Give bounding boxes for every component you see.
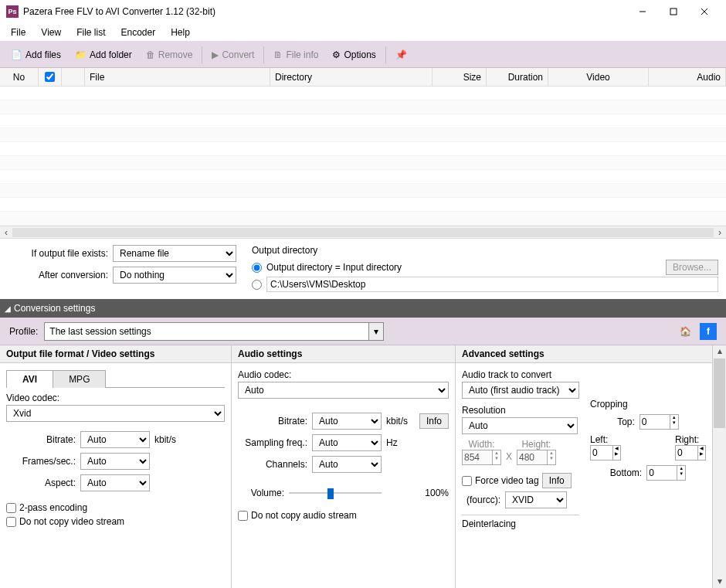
output-path-input[interactable] [266, 277, 718, 292]
channels-label: Channels: [238, 459, 307, 470]
scroll-down-icon[interactable]: ▾ [713, 576, 726, 588]
sample-label: Sampling freq.: [238, 437, 307, 448]
crop-top-input[interactable] [639, 414, 670, 430]
minimize-button[interactable] [627, 1, 658, 22]
collapse-icon: ◢ [5, 304, 11, 313]
add-files-button[interactable]: 📄 Add files [5, 47, 67, 63]
pin-icon: 📌 [395, 49, 407, 60]
profile-label: Profile: [9, 326, 38, 337]
options-button[interactable]: ⚙ Options [326, 47, 382, 63]
no-video-label: Do not copy video stream [19, 516, 124, 527]
video-bitrate-select[interactable]: Auto [80, 431, 150, 448]
no-audio-checkbox[interactable] [238, 511, 248, 521]
table-row [0, 114, 726, 128]
format-tabs: AVI MPG [6, 369, 225, 388]
svg-rect-1 [670, 8, 677, 15]
remove-label: Remove [158, 49, 193, 60]
profile-input[interactable] [44, 322, 368, 341]
fps-select[interactable]: Auto [80, 453, 150, 470]
audio-info-button[interactable]: Info [419, 413, 449, 429]
crop-top-label: Top: [617, 416, 635, 427]
menubar: File View File list Encoder Help [0, 23, 726, 42]
profile-bar: Profile: ▾ 🏠 f [0, 318, 726, 345]
track-select[interactable]: Auto (first audio track) [462, 382, 579, 399]
select-all-checkbox[interactable] [45, 72, 55, 82]
tab-avi[interactable]: AVI [6, 370, 53, 388]
force-tag-checkbox[interactable] [462, 476, 472, 486]
add-folder-button[interactable]: 📁 Add folder [69, 47, 138, 63]
conversion-settings-header[interactable]: ◢ Conversion settings [0, 299, 726, 318]
audio-codec-select[interactable]: Auto [238, 382, 449, 399]
volume-slider[interactable] [289, 487, 382, 499]
scroll-up-icon[interactable]: ▴ [713, 345, 726, 358]
vertical-scrollbar[interactable]: ▴ ▾ [712, 345, 726, 588]
col-file[interactable]: File [85, 68, 270, 86]
advanced-panel: Advanced settings Audio track to convert… [456, 345, 726, 588]
audio-codec-label: Audio codec: [238, 369, 449, 380]
menu-filelist[interactable]: File list [69, 25, 113, 39]
profile-dropdown-icon[interactable]: ▾ [368, 322, 384, 341]
if-exists-select[interactable]: Rename file [113, 245, 236, 262]
col-no[interactable]: No [0, 68, 39, 86]
fourcc-select[interactable]: XVID [505, 491, 567, 508]
file-info-button[interactable]: 🗎 File info [267, 47, 324, 63]
output-eq-input-radio[interactable] [252, 263, 262, 273]
menu-encoder[interactable]: Encoder [113, 25, 163, 39]
track-label: Audio track to convert [462, 369, 579, 380]
output-eq-input-label: Output directory = Input directory [266, 262, 402, 273]
crop-left-label: Left: [590, 434, 621, 445]
height-label: Height: [517, 439, 556, 450]
col-check[interactable] [39, 68, 62, 86]
scroll-thumb[interactable] [714, 359, 725, 428]
toolbar-separator [385, 46, 386, 63]
convert-button[interactable]: ▶ Convert [205, 47, 260, 63]
file-list: No File Directory Size Duration Video Au… [0, 68, 726, 239]
facebook-button[interactable]: f [700, 323, 717, 340]
width-input [462, 450, 493, 465]
browse-button[interactable]: Browse... [666, 260, 718, 275]
scroll-left-icon[interactable]: ‹ [0, 227, 12, 238]
gear-icon: ⚙ [332, 49, 341, 60]
fourcc-label: (fourcc): [462, 495, 500, 505]
slider-thumb[interactable] [327, 488, 334, 499]
after-conversion-select[interactable]: Do nothing [113, 267, 236, 284]
close-button[interactable] [689, 1, 720, 22]
pin-button[interactable]: 📌 [389, 47, 413, 63]
twopass-checkbox[interactable] [6, 503, 16, 513]
channels-select[interactable]: Auto [312, 456, 382, 473]
col-icon[interactable] [62, 68, 85, 86]
col-dir[interactable]: Directory [270, 68, 433, 86]
remove-button[interactable]: 🗑 Remove [140, 47, 199, 63]
file-list-rows[interactable] [0, 87, 726, 226]
crop-right-input[interactable] [675, 445, 698, 461]
volume-label: Volume: [238, 488, 284, 498]
no-video-checkbox[interactable] [6, 517, 16, 527]
tab-mpg[interactable]: MPG [53, 370, 106, 388]
scroll-right-icon[interactable]: › [714, 227, 726, 238]
custom-output-radio[interactable] [252, 280, 262, 290]
menu-help[interactable]: Help [163, 25, 198, 39]
sample-select[interactable]: Auto [312, 434, 382, 451]
col-audio[interactable]: Audio [649, 68, 726, 86]
video-codec-select[interactable]: Xvid [6, 405, 225, 422]
aspect-select[interactable]: Auto [80, 474, 150, 491]
resolution-select[interactable]: Auto [462, 417, 578, 434]
col-duration[interactable]: Duration [487, 68, 548, 86]
scroll-track[interactable] [12, 228, 714, 237]
add-files-icon: 📄 [11, 49, 22, 60]
horizontal-scrollbar[interactable]: ‹ › [0, 226, 726, 238]
table-row [0, 212, 726, 226]
twopass-label: 2-pass encoding [19, 502, 87, 513]
fourcc-info-button[interactable]: Info [542, 473, 572, 488]
profile-select[interactable]: ▾ [44, 322, 384, 341]
col-size[interactable]: Size [433, 68, 487, 86]
width-label: Width: [462, 439, 501, 450]
home-button[interactable]: 🏠 [677, 323, 694, 340]
col-video[interactable]: Video [548, 68, 649, 86]
crop-bottom-input[interactable] [646, 465, 677, 481]
menu-view[interactable]: View [33, 25, 69, 39]
menu-file[interactable]: File [3, 25, 33, 39]
audio-bitrate-select[interactable]: Auto [312, 413, 382, 430]
crop-left-input[interactable] [590, 445, 613, 461]
maximize-button[interactable] [658, 1, 689, 22]
